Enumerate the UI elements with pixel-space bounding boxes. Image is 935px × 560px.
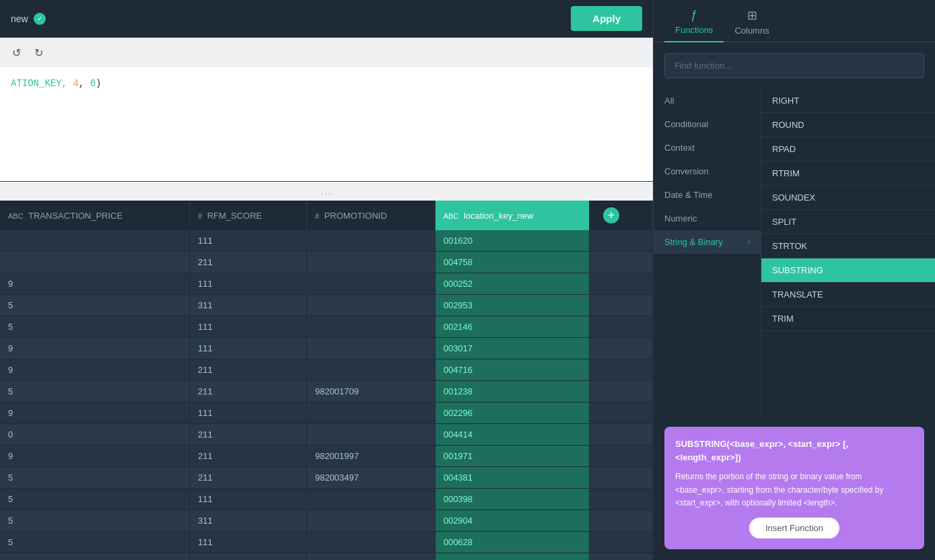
category-conditional[interactable]: Conditional [654, 112, 761, 136]
table-cell: 9 [0, 446, 189, 467]
table-cell-extra [589, 316, 652, 338]
table-cell: 211 [189, 424, 306, 446]
table-cell: 5 [0, 316, 189, 338]
category-list: All Conditional Context Conversion Date … [654, 89, 761, 416]
table-cell: 003017 [435, 338, 589, 359]
col-label-price: TRANSACTION_PRICE [28, 211, 123, 221]
editor-area[interactable]: ATION_KEY, 4, 6) [0, 67, 653, 182]
function-trim[interactable]: TRIM [761, 307, 935, 331]
table-cell [306, 252, 435, 273]
table-cell: 001238 [435, 381, 589, 403]
category-conversion[interactable]: Conversion [654, 160, 761, 183]
function-soundex[interactable]: SOUNDEX [761, 186, 935, 210]
table-container[interactable]: ABC TRANSACTION_PRICE # RFM_SCORE # PROM… [0, 201, 653, 560]
tab-dot: ✓ [34, 13, 46, 25]
table-cell [306, 316, 435, 338]
table-cell-extra [589, 381, 652, 403]
table-cell: 111 [189, 316, 306, 338]
table-cell: 002953 [435, 295, 589, 316]
table-cell: 9 [0, 273, 189, 295]
table-cell: 001971 [435, 446, 589, 467]
apply-button[interactable]: Apply [571, 6, 642, 31]
function-rpad[interactable]: RPAD [761, 137, 935, 162]
category-context[interactable]: Context [654, 136, 761, 160]
table-cell: 002904 [435, 510, 589, 532]
category-datetime[interactable]: Date & Time [654, 183, 761, 207]
table-cell-extra [589, 252, 652, 273]
table-cell: 311 [189, 510, 306, 532]
table-row: 9211004716 [0, 359, 653, 381]
function-search-input[interactable] [664, 53, 924, 78]
add-column-button[interactable]: + [603, 207, 619, 223]
table-cell: 982001709 [306, 381, 435, 403]
table-cell-extra [589, 467, 652, 489]
insert-function-button[interactable]: Insert Function [749, 518, 839, 538]
table-row: 0211004414 [0, 424, 653, 446]
table-row: 5311002953 [0, 295, 653, 316]
category-all[interactable]: All [654, 89, 761, 112]
col-label-rfm: RFM_SCORE [207, 211, 263, 221]
function-substring[interactable]: SUBSTRING [761, 258, 935, 283]
table-cell: 211 [189, 252, 306, 273]
table-cell-extra [589, 553, 652, 561]
tab-columns[interactable]: ⊞ Columns [724, 0, 780, 41]
editor-text: ATION_KEY, 4, 6) [11, 78, 642, 89]
table-cell: 5 [0, 553, 189, 561]
table-cell [306, 273, 435, 295]
tab-functions[interactable]: ƒ Functions [664, 0, 724, 42]
table-cell [306, 553, 435, 561]
category-string[interactable]: String & Binary › [654, 230, 761, 254]
table-cell [306, 510, 435, 532]
function-rtrim[interactable]: RTRIM [761, 162, 935, 186]
table-cell-extra [589, 532, 652, 553]
function-right[interactable]: RIGHT [761, 89, 935, 113]
table-row: 9111003017 [0, 338, 653, 359]
table-cell: 000398 [435, 489, 589, 510]
category-numeric[interactable]: Numeric [654, 207, 761, 230]
table-row: 9211982001997001971 [0, 446, 653, 467]
col-add-header: + [589, 201, 652, 230]
string-chevron-icon: › [748, 238, 750, 246]
undo-button[interactable]: ↺ [8, 44, 25, 62]
table-cell: 111 [189, 230, 306, 252]
table-cell: 000628 [435, 532, 589, 553]
table-cell: 002564 [435, 553, 589, 561]
tab-functions-label: Functions [675, 25, 713, 35]
table-row: 211004758 [0, 252, 653, 273]
table-cell: 004414 [435, 424, 589, 446]
table-cell: 5 [0, 489, 189, 510]
tab-columns-label: Columns [734, 26, 769, 36]
table-cell [0, 252, 189, 273]
table-cell: 111 [189, 273, 306, 295]
function-split[interactable]: SPLIT [761, 210, 935, 234]
table-cell: 211 [189, 467, 306, 489]
col-header-price: ABC TRANSACTION_PRICE [0, 201, 189, 230]
table-cell: 5 [0, 532, 189, 553]
table-cell: 5 [0, 381, 189, 403]
top-bar: new ✓ Apply [0, 0, 653, 38]
table-cell: 5 [0, 467, 189, 489]
table-cell: 5 [0, 295, 189, 316]
table-cell: 0 [0, 424, 189, 446]
function-round[interactable]: ROUND [761, 113, 935, 137]
table-cell [306, 295, 435, 316]
table-cell [306, 338, 435, 359]
table-cell: 111 [189, 338, 306, 359]
table-cell: 982001997 [306, 446, 435, 467]
table-cell [306, 489, 435, 510]
table-cell: 002146 [435, 316, 589, 338]
right-tabs: ƒ Functions ⊞ Columns [654, 0, 935, 42]
table-cell: 002296 [435, 403, 589, 424]
table-cell-extra [589, 230, 652, 252]
table-cell [306, 424, 435, 446]
code-num2: 6 [90, 78, 96, 89]
table-cell [0, 230, 189, 252]
left-panel: new ✓ Apply ↺ ↻ ATION_KEY, 4, 6) ... ABC… [0, 0, 653, 560]
code-prefix: ATION_KEY, [11, 78, 73, 89]
function-strtok[interactable]: STRTOK [761, 234, 935, 258]
table-cell: 111 [189, 403, 306, 424]
price-type-icon: ABC [8, 212, 24, 220]
redo-button[interactable]: ↻ [30, 44, 47, 62]
promo-type-icon: # [315, 212, 319, 220]
function-translate[interactable]: TRANSLATE [761, 283, 935, 307]
